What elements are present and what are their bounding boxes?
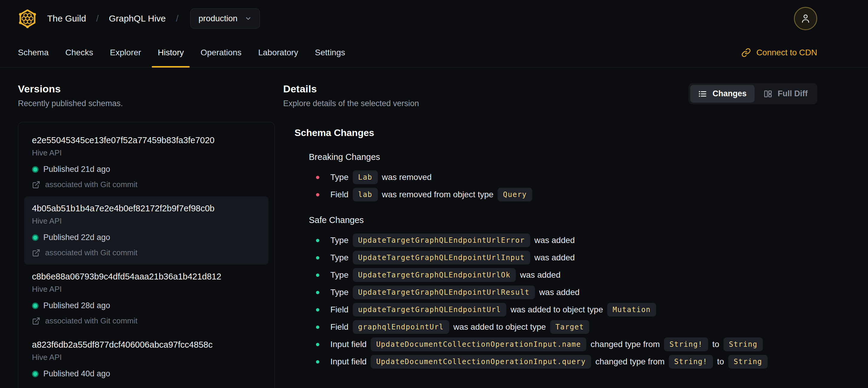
target-selector-dropdown[interactable]: production (190, 8, 260, 29)
tab-schema[interactable]: Schema (9, 38, 57, 67)
code-chip: Lab (353, 170, 378, 184)
change-text: was removed (382, 173, 432, 182)
version-status-row: Published 21d ago (32, 165, 261, 174)
version-service: Hive API (32, 216, 261, 226)
code-chip: Target (550, 320, 590, 334)
full-diff-view-button[interactable]: Full Diff (756, 85, 815, 102)
version-card[interactable]: c8b6e88a06793b9c4dfd54aaa21b36a1b421d812… (24, 265, 269, 333)
published-dot (32, 371, 38, 377)
version-card[interactable]: 4b05ab51b1b4a7e2e4b0ef82172f2b9f7ef98c0b… (24, 197, 269, 265)
safe-bullet-icon (316, 273, 319, 277)
version-card[interactable]: e2e55045345ce13fe07f52a77459b83fa3fe7020… (24, 128, 269, 197)
version-hash: a823f6db2a55df877dcf406006abca97fcc4858c (32, 340, 261, 350)
tab-laboratory[interactable]: Laboratory (250, 38, 306, 67)
version-git-row: associated with Git commit (32, 316, 261, 326)
version-card[interactable]: a823f6db2a55df877dcf406006abca97fcc4858c… (24, 333, 269, 386)
code-chip: String (728, 355, 768, 368)
version-service: Hive API (32, 353, 261, 362)
safe-bullet-icon (316, 239, 319, 242)
link-icon (741, 48, 751, 57)
change-text: was removed from object type (382, 190, 494, 199)
change-group-title: Breaking Changes (309, 152, 817, 162)
tab-label: Operations (200, 48, 241, 57)
change-text: Type (330, 236, 348, 245)
chevron-down-icon (245, 15, 252, 22)
change-text: Input field (330, 357, 367, 366)
version-git-link[interactable]: associated with Git commit (45, 248, 137, 257)
version-git-row: associated with Git commit (32, 248, 261, 257)
code-chip: UpdateDocumentCollectionOperationInput.q… (371, 355, 591, 368)
code-chip: graphqlEndpointUrl (353, 320, 449, 334)
code-chip: updateTargetGraphQLEndpointUrl (353, 303, 506, 317)
code-chip: Mutation (607, 303, 656, 317)
change-text: changed type from (590, 339, 660, 349)
tab-settings[interactable]: Settings (306, 38, 353, 67)
change-text: Type (330, 288, 348, 297)
changes-view-button[interactable]: Changes (690, 85, 754, 102)
change-item: TypeUpdateTargetGraphQLEndpointUrlResult… (316, 286, 817, 299)
code-chip: UpdateDocumentCollectionOperationInput.n… (371, 337, 586, 351)
external-link-icon (32, 249, 40, 257)
breadcrumb-org[interactable]: The Guild (47, 13, 86, 24)
change-list: TypeLabwas removedFieldlabwas removed fr… (309, 170, 817, 202)
user-icon (800, 13, 811, 24)
change-item: TypeUpdateTargetGraphQLEndpointUrlErrorw… (316, 234, 817, 247)
change-item: FieldupdateTargetGraphQLEndpointUrlwas a… (316, 303, 817, 317)
version-git-link[interactable]: associated with Git commit (45, 316, 137, 326)
version-published: Published 21d ago (43, 165, 110, 174)
hive-logo-icon[interactable] (18, 9, 37, 28)
version-hash: c8b6e88a06793b9c4dfd54aaa21b36a1b421d812 (32, 272, 261, 281)
change-group: Safe Changes TypeUpdateTargetGraphQLEndp… (294, 215, 817, 368)
code-chip: UpdateTargetGraphQLEndpointUrlResult (353, 286, 535, 299)
nav-tabs: Schema Checks Explorer History Operation… (9, 38, 354, 67)
change-text: Field (330, 322, 348, 332)
version-status-row: Published 40d ago (32, 369, 261, 379)
external-link-icon (32, 181, 40, 189)
tab-explorer[interactable]: Explorer (101, 38, 149, 67)
change-text: Type (330, 173, 348, 182)
version-service: Hive API (32, 148, 261, 157)
version-status-row: Published 28d ago (32, 301, 261, 310)
safe-bullet-icon (316, 291, 319, 294)
user-menu-button[interactable] (794, 7, 817, 30)
change-groups: Breaking Changes TypeLabwas removedField… (294, 152, 817, 368)
breaking-bullet-icon (316, 176, 319, 179)
code-chip: lab (353, 188, 378, 202)
published-dot (32, 166, 38, 173)
diff-columns-icon (764, 89, 772, 98)
tab-checks[interactable]: Checks (57, 38, 101, 67)
connect-to-cdn-button[interactable]: Connect to CDN (741, 38, 817, 67)
code-chip: Query (498, 188, 532, 202)
tab-operations[interactable]: Operations (192, 38, 250, 67)
change-text: Type (330, 253, 348, 263)
versions-subtitle: Recently published schemas. (18, 99, 275, 108)
change-text: was added (520, 270, 560, 280)
view-toggle-group: Changes Full Diff (688, 83, 817, 104)
version-git-link[interactable]: associated with Git commit (45, 180, 137, 189)
version-hash: e2e55045345ce13fe07f52a77459b83fa3fe7020 (32, 136, 261, 145)
versions-title: Versions (18, 83, 275, 95)
external-link-icon (32, 317, 40, 325)
change-text: was added to object type (454, 322, 546, 332)
change-text: Field (330, 190, 348, 199)
published-dot (32, 234, 38, 241)
code-chip: UpdateTargetGraphQLEndpointUrlOk (353, 268, 516, 282)
tab-history[interactable]: History (149, 38, 192, 67)
version-hash: 4b05ab51b1b4a7e2e4b0ef82172f2b9f7ef98c0b (32, 204, 261, 213)
safe-bullet-icon (316, 256, 319, 260)
change-text: Type (330, 270, 348, 280)
main-nav: Schema Checks Explorer History Operation… (0, 38, 868, 67)
change-item: Input fieldUpdateDocumentCollectionOpera… (316, 355, 817, 368)
breadcrumb-project[interactable]: GraphQL Hive (109, 13, 166, 24)
breadcrumb-separator: / (176, 13, 178, 24)
published-dot (32, 302, 38, 309)
target-selector-value: production (198, 14, 238, 23)
connect-to-cdn-label: Connect to CDN (756, 48, 817, 57)
details-panel: Details Explore details of the selected … (283, 83, 817, 388)
change-item: TypeUpdateTargetGraphQLEndpointUrlInputw… (316, 251, 817, 265)
code-chip: UpdateTargetGraphQLEndpointUrlError (353, 234, 530, 247)
versions-panel: Versions Recently published schemas. e2e… (18, 83, 275, 388)
top-bar: The Guild / GraphQL Hive / production (0, 0, 868, 28)
version-published: Published 28d ago (43, 301, 110, 310)
change-text: Field (330, 305, 348, 315)
